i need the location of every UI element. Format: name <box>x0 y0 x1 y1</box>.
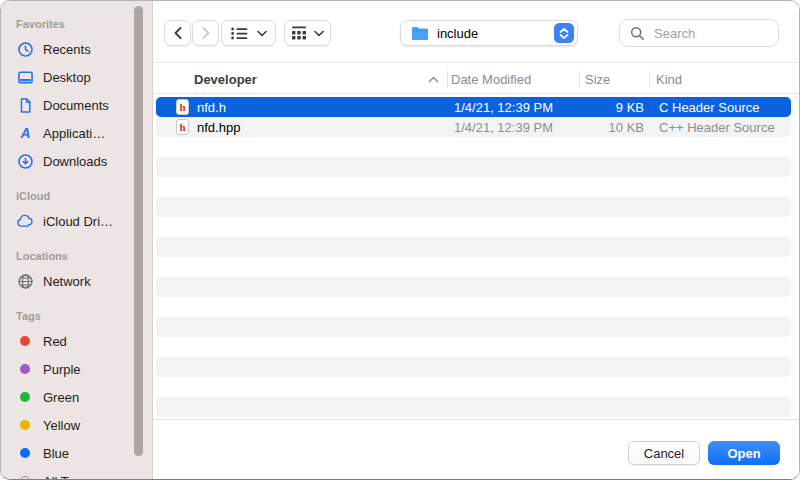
file-name: nfd.hpp <box>197 120 240 135</box>
forward-button[interactable] <box>192 20 219 46</box>
open-file-dialog: Favorites Recents Desktop Documents <box>0 0 800 480</box>
sidebar-item-label: Network <box>43 274 91 289</box>
sidebar: Favorites Recents Desktop Documents <box>1 1 153 479</box>
list-view-icon <box>231 27 248 40</box>
file-row-nfd-hpp[interactable]: h nfd.hpp 1/4/21, 12:39 PM 10 KB C++ Hea… <box>156 117 791 137</box>
file-date-modified: 1/4/21, 12:39 PM <box>454 117 553 137</box>
sidebar-item-network[interactable]: Network <box>1 267 152 295</box>
cancel-button[interactable]: Cancel <box>628 441 700 465</box>
empty-row-stripe <box>156 317 791 337</box>
sidebar-item-documents[interactable]: Documents <box>1 91 152 119</box>
search-field[interactable] <box>619 19 779 47</box>
purple-tag-dot-icon <box>16 364 34 374</box>
sidebar-item-label: Yellow <box>43 418 80 433</box>
file-kind: C Header Source <box>659 97 759 117</box>
sidebar-item-icloud-drive[interactable]: iCloud Dri… <box>1 207 152 235</box>
sidebar-item-label: iCloud Dri… <box>43 214 113 229</box>
column-header-developer[interactable]: Developer <box>194 64 257 94</box>
sidebar-item-label: Red <box>43 334 67 349</box>
search-input[interactable] <box>652 25 770 42</box>
toolbar: include <box>153 1 799 63</box>
sidebar-section-favorites: Favorites Recents Desktop Documents <box>1 13 152 175</box>
sidebar-item-downloads[interactable]: Downloads <box>1 147 152 175</box>
file-size: 9 KB <box>582 97 644 117</box>
search-icon <box>630 26 645 41</box>
column-divider <box>649 71 650 88</box>
chevron-down-icon <box>257 30 267 37</box>
sidebar-section-locations: Locations Network <box>1 245 152 295</box>
chevron-left-icon <box>174 27 182 39</box>
back-button[interactable] <box>164 20 191 46</box>
empty-row-stripe <box>156 157 791 177</box>
file-name: nfd.h <box>197 100 226 115</box>
main-pane: include Developer Date Modified Size Kin… <box>153 1 799 479</box>
sidebar-item-label: Applicati… <box>43 126 105 141</box>
sidebar-item-label: Desktop <box>43 70 91 85</box>
sidebar-section-tags: Tags Red Purple Green Yellow Blue <box>1 305 152 479</box>
applications-a-icon: A <box>16 125 34 142</box>
clock-icon <box>16 41 34 58</box>
section-label-icloud: iCloud <box>1 185 152 207</box>
list-view-button[interactable] <box>221 20 276 46</box>
column-header-row: Developer Date Modified Size Kind <box>153 64 799 94</box>
file-row-nfd-h[interactable]: h nfd.h 1/4/21, 12:39 PM 9 KB C Header S… <box>156 97 791 117</box>
sidebar-item-label: Documents <box>43 98 109 113</box>
sidebar-item-tag-purple[interactable]: Purple <box>1 355 152 383</box>
sort-ascending-icon <box>428 76 439 83</box>
sidebar-item-label: Green <box>43 390 79 405</box>
sidebar-section-icloud: iCloud iCloud Dri… <box>1 185 152 235</box>
file-date-modified: 1/4/21, 12:39 PM <box>454 97 553 117</box>
sidebar-item-label: Recents <box>43 42 91 57</box>
section-label-locations: Locations <box>1 245 152 267</box>
sidebar-item-all-tags[interactable]: All Tags <box>1 467 152 479</box>
sidebar-item-tag-blue[interactable]: Blue <box>1 439 152 467</box>
section-label-tags: Tags <box>1 305 152 327</box>
sidebar-item-tag-red[interactable]: Red <box>1 327 152 355</box>
section-label-favorites: Favorites <box>1 13 152 35</box>
sidebar-item-desktop[interactable]: Desktop <box>1 63 152 91</box>
dropdown-stepper-icon <box>554 23 574 43</box>
download-circle-icon <box>16 153 34 170</box>
sidebar-item-label: Downloads <box>43 154 107 169</box>
sidebar-item-label: All Tags <box>43 474 88 480</box>
empty-row-stripe <box>156 397 791 417</box>
open-button[interactable]: Open <box>708 441 780 465</box>
chevron-right-icon <box>202 27 210 39</box>
document-icon <box>16 97 34 114</box>
column-divider <box>447 71 448 88</box>
empty-row-stripe <box>156 197 791 217</box>
sidebar-scrollbar[interactable] <box>134 6 143 456</box>
sidebar-item-label: Blue <box>43 446 69 461</box>
cpp-header-file-icon: h <box>176 119 189 135</box>
cloud-icon <box>16 214 34 228</box>
file-kind: C++ Header Source <box>659 117 775 137</box>
yellow-tag-dot-icon <box>16 420 34 430</box>
column-header-size[interactable]: Size <box>585 64 610 94</box>
empty-row-stripe <box>156 277 791 297</box>
c-header-file-icon: h <box>176 99 189 115</box>
column-header-date-modified[interactable]: Date Modified <box>451 64 531 94</box>
folder-location-dropdown[interactable]: include <box>400 20 578 46</box>
sidebar-item-label: Purple <box>43 362 81 377</box>
group-view-button[interactable] <box>284 20 331 46</box>
file-size: 10 KB <box>582 117 644 137</box>
blue-tag-dot-icon <box>16 448 34 458</box>
folder-dropdown-value: include <box>437 26 554 41</box>
file-name-cell: h nfd.hpp <box>176 117 240 137</box>
svg-text:A: A <box>19 125 30 141</box>
dialog-footer: Cancel Open <box>153 419 799 479</box>
folder-icon <box>411 26 429 40</box>
globe-icon <box>16 273 34 290</box>
sidebar-item-tag-green[interactable]: Green <box>1 383 152 411</box>
sidebar-item-recents[interactable]: Recents <box>1 35 152 63</box>
sidebar-item-tag-yellow[interactable]: Yellow <box>1 411 152 439</box>
column-divider <box>579 71 580 88</box>
green-tag-dot-icon <box>16 392 34 402</box>
sidebar-item-applications[interactable]: A Applicati… <box>1 119 152 147</box>
circle-outline-icon <box>16 476 34 479</box>
column-header-kind[interactable]: Kind <box>656 64 682 94</box>
red-tag-dot-icon <box>16 336 34 346</box>
file-list: h nfd.h 1/4/21, 12:39 PM 9 KB C Header S… <box>153 95 799 419</box>
file-name-cell: h nfd.h <box>176 97 226 117</box>
chevron-down-icon <box>314 30 324 37</box>
